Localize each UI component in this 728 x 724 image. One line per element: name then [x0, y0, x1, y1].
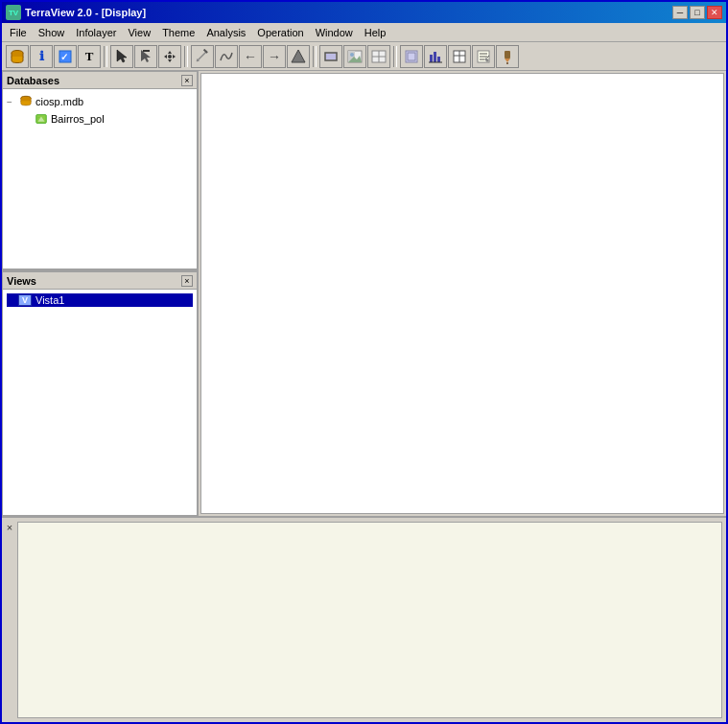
menu-theme[interactable]: Theme — [156, 26, 200, 39]
upper-area: Databases × − ciosp.mdb — [2, 71, 726, 516]
main-window: TV TerraView 2.0 - [Display] ─ □ ✕ File … — [0, 0, 728, 724]
svg-rect-26 — [437, 57, 440, 62]
svg-rect-37 — [505, 51, 510, 58]
minimize-button[interactable]: ─ — [672, 6, 688, 19]
views-panel-title: Views — [7, 275, 36, 287]
svg-marker-9 — [173, 55, 176, 58]
view-icon: V — [18, 294, 32, 306]
toolbar-sep-1 — [104, 46, 107, 67]
toolbar-db-button[interactable] — [6, 45, 29, 68]
toolbar-edit-button[interactable] — [472, 45, 495, 68]
databases-panel: Databases × − ciosp.mdb — [2, 71, 198, 271]
display-area — [200, 73, 724, 514]
menu-analysis[interactable]: Analysis — [200, 26, 251, 39]
svg-marker-6 — [168, 51, 172, 54]
toolbar-forward-button[interactable]: → — [263, 45, 286, 68]
databases-panel-title: Databases — [7, 75, 59, 86]
views-panel: Views × V Vista1 — [2, 271, 198, 516]
toolbar-sep-4 — [393, 46, 397, 67]
bottom-panel-close-btn[interactable]: × — [2, 518, 17, 722]
tree-expand-icon: − — [7, 97, 18, 107]
svg-rect-24 — [430, 55, 433, 62]
toolbar-bar-button[interactable] — [424, 45, 447, 68]
bottom-panel: × — [2, 516, 726, 722]
app-icon: TV — [6, 5, 21, 20]
toolbar-img1-button[interactable] — [343, 45, 366, 68]
toolbar: ℹ ✓ T — [2, 42, 726, 71]
left-panels: Databases × − ciosp.mdb — [2, 71, 199, 516]
titlebar-buttons: ─ □ ✕ — [672, 6, 722, 19]
toolbar-move-left-button[interactable] — [134, 45, 157, 68]
window-title: TerraView 2.0 - [Display] — [25, 7, 672, 18]
main-content: Databases × − ciosp.mdb — [2, 71, 726, 722]
databases-panel-header: Databases × — [2, 71, 198, 88]
toolbar-sep-3 — [313, 46, 317, 67]
menu-show[interactable]: Show — [33, 26, 71, 39]
toolbar-info-button[interactable]: ℹ — [30, 45, 53, 68]
svg-rect-25 — [434, 52, 436, 62]
toolbar-img2-button[interactable] — [367, 45, 390, 68]
menu-infolayer[interactable]: Infolayer — [70, 26, 122, 39]
titlebar: TV TerraView 2.0 - [Display] ─ □ ✕ — [2, 2, 726, 23]
databases-panel-close[interactable]: × — [181, 75, 193, 86]
toolbar-rect-button[interactable] — [319, 45, 342, 68]
toolbar-text-button[interactable]: T — [78, 45, 101, 68]
toolbar-pan-button[interactable] — [158, 45, 181, 68]
toolbar-select-button[interactable] — [110, 45, 133, 68]
svg-marker-4 — [141, 50, 151, 62]
toolbar-box1-button[interactable] — [400, 45, 423, 68]
svg-rect-14 — [326, 54, 336, 59]
close-button[interactable]: ✕ — [707, 6, 722, 19]
svg-point-17 — [350, 53, 354, 57]
ciosp-label: ciosp.mdb — [35, 96, 83, 107]
tree-item-ciosp[interactable]: − ciosp.mdb — [7, 93, 193, 110]
database-icon — [18, 94, 34, 109]
menu-view[interactable]: View — [122, 26, 156, 39]
svg-marker-3 — [117, 50, 127, 62]
toolbar-curve-button[interactable] — [215, 45, 238, 68]
toolbar-check-button[interactable]: ✓ — [54, 45, 77, 68]
toolbar-sep-2 — [184, 46, 188, 67]
toolbar-measure-button[interactable] — [191, 45, 214, 68]
tree-item-bairros[interactable]: Bairros_pol — [22, 110, 193, 128]
svg-marker-38 — [505, 58, 510, 62]
views-panel-body: V Vista1 — [2, 289, 198, 516]
bairros-label: Bairros_pol — [51, 113, 105, 125]
menu-operation[interactable]: Operation — [251, 26, 309, 39]
toolbar-pin-button[interactable] — [496, 45, 519, 68]
databases-panel-body: − ciosp.mdb — [2, 88, 198, 269]
vista1-label: Vista1 — [35, 294, 64, 306]
menubar: File Show Infolayer View Theme Analysis … — [2, 23, 726, 42]
tree-child-bairros: Bairros_pol — [7, 110, 193, 128]
svg-marker-8 — [164, 55, 167, 58]
bottom-panel-content — [17, 522, 722, 718]
toolbar-area-button[interactable] — [287, 45, 310, 68]
svg-marker-7 — [168, 59, 172, 62]
menu-file[interactable]: File — [4, 26, 33, 39]
menu-window[interactable]: Window — [310, 26, 359, 39]
layer-icon — [34, 111, 49, 127]
svg-text:✓: ✓ — [60, 52, 68, 62]
menu-help[interactable]: Help — [359, 26, 392, 39]
views-panel-header: Views × — [2, 271, 198, 289]
toolbar-box2-button[interactable] — [448, 45, 471, 68]
tree-item-vista1[interactable]: V Vista1 — [7, 293, 193, 307]
svg-marker-12 — [292, 50, 305, 62]
svg-point-10 — [168, 55, 172, 58]
restore-button[interactable]: □ — [690, 6, 705, 19]
views-panel-close[interactable]: × — [181, 275, 193, 287]
toolbar-back-button[interactable]: ← — [239, 45, 262, 68]
